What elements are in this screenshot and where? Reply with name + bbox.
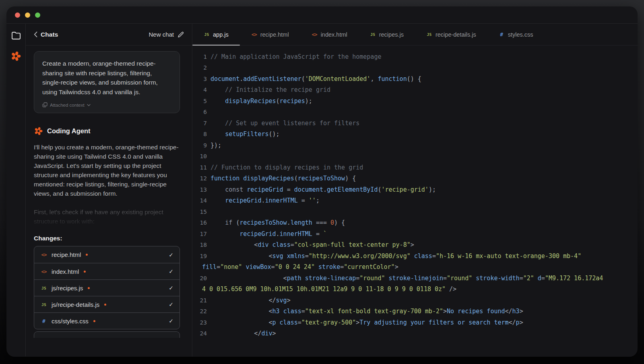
code-line: 8 setupFilters(); [192,129,638,140]
user-message-text: Create a modern, orange-themed recipe-sh… [42,59,171,97]
chat-panel: Chats New chat Create a modern, orange-t… [26,24,192,356]
attached-pages-icon [42,102,47,108]
folder-icon[interactable] [11,31,21,40]
changed-file-row[interactable]: JS js/recipes.js ✓ [34,279,180,296]
line-number: 1 [192,54,207,60]
code-line: 17 recipeGrid.innerHTML = ` [192,228,638,240]
code-line: 11 // Function to display recipes in the… [192,162,638,173]
line-number: 20 [192,275,207,281]
file-type-icon: <> [251,31,257,37]
line-number: 8 [192,131,207,137]
code-line: fill="none" viewBox="0 0 24 24" stroke="… [192,262,638,273]
file-type-icon: <> [40,252,47,258]
code-line: 16 if (recipesToShow.length === 0) { [192,217,638,229]
line-number: 19 [192,253,207,259]
code-line: 4 // Initialize the recipe grid [192,85,638,96]
line-number: 10 [192,153,207,159]
code-line: 1 // Main application JavaScript for the… [192,51,638,62]
editor-tab[interactable]: JS recipes.js [359,24,415,45]
line-number: 22 [192,308,207,314]
code-line: 13 const recipeGrid = document.getElemen… [192,184,638,195]
line-number: 6 [192,109,207,115]
chat-panel-header: Chats New chat [26,24,192,46]
code-line: 15 [192,206,638,217]
zoom-window-button[interactable] [35,12,40,18]
code-line: 22 <h3 class="text-xl font-bold text-gra… [192,306,638,317]
file-type-icon: <> [312,31,318,37]
close-window-button[interactable] [15,12,20,18]
editor-tab[interactable]: <> recipe.html [240,24,300,45]
modified-dot-icon [104,304,106,306]
changes-heading: Changes: [34,235,180,242]
code-line: 2 [192,62,638,74]
agent-pending-text: First, let's check if we have any existi… [34,207,180,226]
code-line: 3 document.addEventListener('DOMContentL… [192,73,638,85]
code-line: 12 function displayRecipes(recipesToShow… [192,173,638,184]
pencil-icon [178,31,184,38]
line-number: 5 [192,98,207,104]
modified-dot-icon [84,271,86,273]
line-number: 13 [192,186,207,193]
chevron-down-icon [87,104,91,106]
editor-pane: JS app.js <> recipe.html <> index.html J… [192,24,638,356]
code-area[interactable]: 1 // Main application JavaScript for the… [192,46,638,356]
line-number: 9 [192,142,207,149]
changed-files-list: <> recipe.html ✓ <> index.html ✓ JS js/r… [34,246,180,329]
check-icon: ✓ [169,285,173,291]
attached-context-toggle[interactable]: Attached context [42,102,171,108]
line-number: 18 [192,242,207,248]
file-type-icon: JS [40,302,47,307]
code-line: 24 </div> [192,328,638,339]
agent-name: Coding Agent [47,127,91,135]
file-type-icon: JS [370,32,376,37]
code-line: 21 </svg> [192,295,638,306]
app-window: Chats New chat Create a modern, orange-t… [6,6,638,357]
editor-tab[interactable]: JS recipe-details.js [415,24,487,45]
line-number: 21 [192,297,207,304]
new-chat-button[interactable]: New chat [149,31,184,38]
changed-file-row[interactable]: <> recipe.html ✓ [34,246,180,263]
check-icon: ✓ [169,252,173,258]
modified-dot-icon [93,320,95,322]
editor-tab-bar: JS app.js <> recipe.html <> index.html J… [192,24,638,46]
next-card-partial [34,331,180,338]
line-number: 16 [192,219,207,226]
line-number: 7 [192,120,207,126]
line-number: 3 [192,76,207,82]
minimize-window-button[interactable] [25,12,30,18]
changed-file-row[interactable]: JS js/recipe-details.js ✓ [34,296,180,312]
line-number: 14 [192,197,207,204]
changed-file-row[interactable]: <> index.html ✓ [34,263,180,279]
file-type-icon: <> [40,269,47,275]
line-number: 12 [192,175,207,182]
file-type-icon: # [40,318,47,324]
code-line: 14 recipeGrid.innerHTML = ''; [192,195,638,207]
line-number: 15 [192,209,207,215]
file-type-icon: JS [426,32,432,37]
code-line: 7 // Set up event listeners for filters [192,118,638,129]
check-icon: ✓ [169,318,173,324]
left-icon-rail [6,24,26,356]
check-icon: ✓ [169,268,173,275]
code-line: 4 0 015.656 0M9 10h.01M15 10h.01M21 12a9… [192,284,638,295]
file-type-icon: # [499,31,505,37]
coding-agent-flower-icon [34,126,43,136]
code-line: 19 <svg xmlns="http://www.w3.org/2000/sv… [192,250,638,262]
chats-title: Chats [41,31,58,38]
chat-thread[interactable]: Create a modern, orange-themed recipe-sh… [26,46,192,356]
file-type-icon: JS [204,32,210,37]
line-number: 17 [192,231,207,237]
code-line: 18 <div class="col-span-full text-center… [192,240,638,251]
changed-file-row[interactable]: # css/styles.css ✓ [34,312,180,329]
check-icon: ✓ [169,301,173,308]
agent-message-text: I'll help you create a modern, orange-th… [34,143,180,198]
modified-dot-icon [86,254,88,256]
editor-tab[interactable]: <> index.html [300,24,359,45]
editor-tab[interactable]: JS app.js [192,24,240,45]
line-number: 4 [192,87,207,93]
agent-header: Coding Agent [34,126,180,136]
coding-agent-flower-icon[interactable] [10,51,21,62]
editor-tab[interactable]: # styles.css [487,24,545,45]
back-chevron-icon[interactable] [34,31,37,37]
line-number: 23 [192,319,207,326]
